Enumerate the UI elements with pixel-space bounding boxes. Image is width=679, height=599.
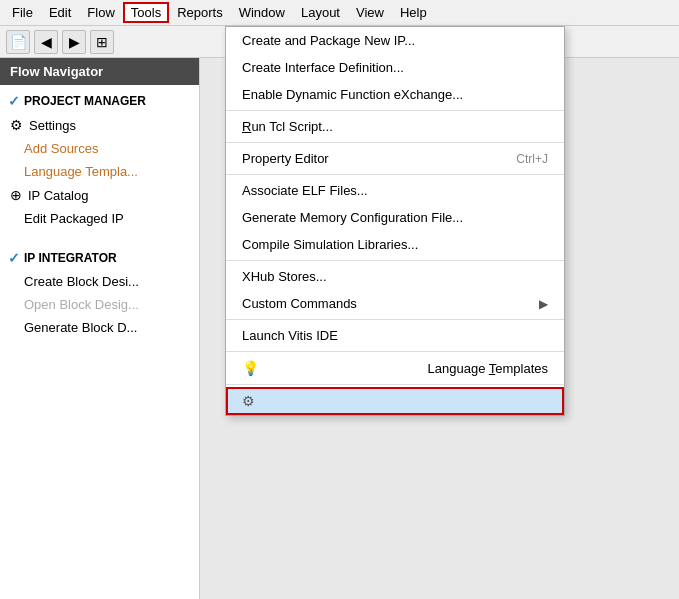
sidebar-item-settings[interactable]: ⚙ Settings [0,113,199,137]
ip-integrator-check: ✓ [8,250,20,266]
layout-button[interactable]: ⊞ [90,30,114,54]
separator-7 [226,384,564,385]
project-manager-check: ✓ [8,93,20,109]
sidebar-item-language-templates[interactable]: Language Templa... [0,160,199,183]
menu-tools[interactable]: Tools [123,2,169,23]
ip-catalog-icon: ⊕ [10,187,22,203]
menu-reports[interactable]: Reports [169,2,231,23]
sidebar-item-ip-catalog[interactable]: ⊕ IP Catalog [0,183,199,207]
menu-file[interactable]: File [4,2,41,23]
separator-4 [226,260,564,261]
ip-integrator-title: ✓ IP INTEGRATOR [0,246,199,270]
menu-help[interactable]: Help [392,2,435,23]
forward-button[interactable]: ▶ [62,30,86,54]
dropdown-item-custom-commands[interactable]: Custom Commands ▶ [226,290,564,317]
project-manager-section: ✓ PROJECT MANAGER ⚙ Settings Add Sources… [0,85,199,234]
bulb-icon: 💡 [242,360,259,376]
dropdown-item-associate-elf[interactable]: Associate ELF Files... [226,177,564,204]
separator-5 [226,319,564,320]
ip-integrator-section: ✓ IP INTEGRATOR Create Block Desi... Ope… [0,242,199,343]
menu-edit[interactable]: Edit [41,2,79,23]
dropdown-item-property-editor[interactable]: Property Editor Ctrl+J [226,145,564,172]
settings-gear-icon: ⚙ [242,393,255,409]
dropdown-item-launch-vitis[interactable]: Launch Vitis IDE [226,322,564,349]
sidebar-title: Flow Navigator [0,58,199,85]
back-button[interactable]: ◀ [34,30,58,54]
dropdown-item-create-interface-def[interactable]: Create Interface Definition... [226,54,564,81]
sidebar-item-edit-packaged-ip[interactable]: Edit Packaged IP [0,207,199,230]
separator-1 [226,110,564,111]
dropdown-item-create-package-ip[interactable]: Create and Package New IP... [226,27,564,54]
sidebar-item-add-sources[interactable]: Add Sources [0,137,199,160]
sidebar-item-generate-block[interactable]: Generate Block D... [0,316,199,339]
dropdown-item-settings[interactable]: ⚙ [226,387,564,415]
dropdown-item-run-tcl[interactable]: Run Tcl Script... [226,113,564,140]
separator-2 [226,142,564,143]
tools-dropdown-menu: Create and Package New IP... Create Inte… [225,26,565,416]
submenu-arrow: ▶ [539,297,548,311]
menubar: File Edit Flow Tools Reports Window Layo… [0,0,679,26]
separator-3 [226,174,564,175]
menu-window[interactable]: Window [231,2,293,23]
separator-6 [226,351,564,352]
dropdown-item-enable-dfx[interactable]: Enable Dynamic Function eXchange... [226,81,564,108]
dropdown-item-language-templates[interactable]: 💡 Language Templates [226,354,564,382]
flow-navigator: Flow Navigator ✓ PROJECT MANAGER ⚙ Setti… [0,58,200,599]
dropdown-item-compile-sim[interactable]: Compile Simulation Libraries... [226,231,564,258]
sidebar-item-open-block-design[interactable]: Open Block Desig... [0,293,199,316]
settings-gear-icon: ⚙ [10,117,23,133]
new-button[interactable]: 📄 [6,30,30,54]
menu-flow[interactable]: Flow [79,2,122,23]
dropdown-item-gen-mem-config[interactable]: Generate Memory Configuration File... [226,204,564,231]
menu-layout[interactable]: Layout [293,2,348,23]
sidebar-item-create-block-design[interactable]: Create Block Desi... [0,270,199,293]
dropdown-item-xhub[interactable]: XHub Stores... [226,263,564,290]
project-manager-title: ✓ PROJECT MANAGER [0,89,199,113]
menu-view[interactable]: View [348,2,392,23]
